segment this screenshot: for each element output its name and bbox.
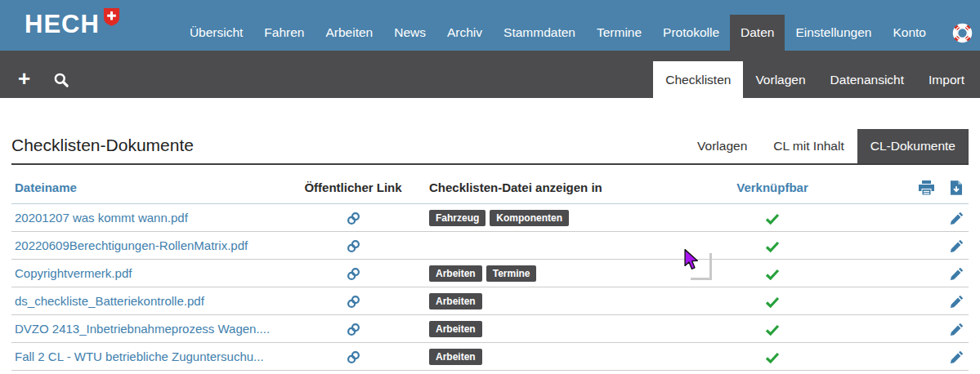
topnav-item-news[interactable]: News bbox=[383, 15, 436, 51]
file-link[interactable]: 20201207 was kommt wann.pdf bbox=[15, 211, 188, 225]
topnav-item-fahren[interactable]: Fahren bbox=[253, 15, 315, 51]
tags-cell: Arbeiten bbox=[409, 348, 727, 364]
main-content: Checklisten-Dokumente VorlagenCL mit Inh… bbox=[0, 129, 980, 371]
table-row: 20220609Berechtigungen-RollenMatrix.pdf bbox=[11, 232, 969, 260]
edit-button[interactable] bbox=[944, 349, 969, 364]
brand-name: HECH bbox=[25, 9, 100, 40]
search-button[interactable] bbox=[53, 72, 69, 88]
check-icon bbox=[765, 350, 780, 363]
tag-arbeiten: Arbeiten bbox=[429, 321, 482, 337]
column-header-anzeigen-in: Checklisten-Datei anzeigen in bbox=[409, 180, 727, 194]
chain-link-icon bbox=[347, 349, 360, 363]
search-icon bbox=[53, 72, 69, 86]
file-link[interactable]: Copyrightvermerk.pdf bbox=[15, 266, 132, 280]
pencil-icon bbox=[950, 321, 964, 335]
public-link-button[interactable] bbox=[347, 238, 360, 253]
topnav-item-einstellungen[interactable]: Einstellungen bbox=[785, 15, 882, 51]
print-button[interactable] bbox=[908, 180, 944, 195]
plus-icon: + bbox=[18, 66, 30, 91]
tag-arbeiten: Arbeiten bbox=[429, 349, 482, 365]
chain-link-icon bbox=[347, 238, 360, 252]
secondary-toolbar: + ChecklistenVorlagenDatenansichtImport bbox=[0, 51, 980, 98]
subtab-import[interactable]: Import bbox=[916, 61, 977, 98]
public-link-button[interactable] bbox=[347, 265, 360, 281]
view-tabs: VorlagenCL mit InhaltCL-Dokumente bbox=[684, 129, 969, 163]
column-header-oeffentlicher-link: Öffentlicher Link bbox=[298, 180, 409, 194]
edit-button[interactable] bbox=[944, 293, 969, 309]
edit-button[interactable] bbox=[944, 238, 969, 253]
chain-link-icon bbox=[347, 321, 360, 335]
check-icon bbox=[765, 238, 780, 252]
file-link[interactable]: 20220609Berechtigungen-RollenMatrix.pdf bbox=[15, 238, 248, 252]
view-tab-vorlagen[interactable]: Vorlagen bbox=[684, 129, 760, 163]
tag-arbeiten: Arbeiten bbox=[429, 265, 482, 282]
swiss-shield-icon bbox=[104, 8, 119, 26]
brand-logo[interactable]: HECH bbox=[25, 9, 119, 40]
add-button[interactable]: + bbox=[18, 68, 30, 89]
view-tab-cl-mit-inhalt[interactable]: CL mit Inhalt bbox=[760, 129, 857, 163]
topnav-item-stammdaten[interactable]: Stammdaten bbox=[493, 15, 586, 51]
topnav-item-konto[interactable]: Konto bbox=[882, 15, 937, 51]
file-link[interactable]: DVZO 2413_Inbetriebnahmeprozess Wagen...… bbox=[15, 322, 270, 336]
table-header-row: Dateiname Öffentlicher Link Checklisten-… bbox=[11, 171, 969, 204]
file-link[interactable]: Fall 2 CL - WTU betriebliche Zuguntersuc… bbox=[15, 350, 264, 363]
table-row: DVZO 2413_Inbetriebnahmeprozess Wagen...… bbox=[11, 315, 969, 343]
lifebuoy-icon bbox=[951, 22, 973, 44]
pencil-icon bbox=[950, 210, 964, 224]
table-body: 20201207 was kommt wann.pdf FahrzeugKomp… bbox=[11, 204, 969, 371]
tags-cell: Arbeiten bbox=[409, 320, 727, 336]
topnav-items: ÜbersichtFahrenArbeitenNewsArchivStammda… bbox=[179, 0, 943, 51]
file-download-icon bbox=[951, 180, 962, 194]
toolbar-subtabs: ChecklistenVorlagenDatenansichtImport bbox=[653, 51, 980, 98]
table-row: Fall 2 CL - WTU betriebliche Zuguntersuc… bbox=[11, 343, 969, 371]
topnav-item-daten[interactable]: Daten bbox=[730, 15, 785, 51]
page-header: Checklisten-Dokumente VorlagenCL mit Inh… bbox=[11, 129, 969, 165]
pencil-icon bbox=[950, 349, 964, 363]
tag-komponenten: Komponenten bbox=[490, 210, 569, 226]
arrow-cursor bbox=[683, 249, 699, 270]
view-tab-cl-dokumente[interactable]: CL-Dokumente bbox=[857, 129, 969, 163]
edit-button[interactable] bbox=[944, 321, 969, 336]
tags-cell: FahrzeugKomponenten bbox=[409, 209, 727, 225]
chain-link-icon bbox=[347, 293, 360, 307]
public-link-button[interactable] bbox=[347, 210, 360, 225]
public-link-button[interactable] bbox=[347, 293, 360, 309]
printer-icon bbox=[919, 180, 934, 194]
edit-button[interactable] bbox=[944, 210, 969, 225]
check-icon bbox=[765, 322, 780, 336]
table-row: Copyrightvermerk.pdf ArbeitenTermine bbox=[11, 260, 969, 287]
check-icon bbox=[765, 211, 780, 225]
top-navigation-bar: HECH ÜbersichtFahrenArbeitenNewsArchivSt… bbox=[0, 0, 980, 51]
chain-link-icon bbox=[347, 210, 360, 224]
topnav-item-archiv[interactable]: Archiv bbox=[436, 15, 493, 51]
topnav-item-protokolle[interactable]: Protokolle bbox=[652, 15, 730, 51]
tag-termine: Termine bbox=[486, 265, 537, 282]
column-header-dateiname[interactable]: Dateiname bbox=[11, 180, 298, 194]
chain-link-icon bbox=[347, 265, 360, 279]
table-row: ds_checkliste_Batteriekontrolle.pdf Arbe… bbox=[11, 287, 969, 315]
tags-cell: Arbeiten bbox=[409, 292, 727, 309]
public-link-button[interactable] bbox=[347, 349, 360, 364]
topnav-item-übersicht[interactable]: Übersicht bbox=[179, 15, 253, 51]
topnav-item-termine[interactable]: Termine bbox=[586, 15, 652, 51]
page-title: Checklisten-Dokumente bbox=[11, 136, 684, 163]
public-link-button[interactable] bbox=[347, 321, 360, 336]
check-icon bbox=[765, 266, 780, 280]
column-header-verknuepfbar[interactable]: Verknüpfbar bbox=[727, 180, 817, 194]
subtab-datenansicht[interactable]: Datenansicht bbox=[818, 61, 916, 98]
tags-cell: ArbeitenTermine bbox=[409, 265, 727, 281]
pencil-icon bbox=[950, 238, 964, 252]
pencil-icon bbox=[950, 265, 964, 279]
check-icon bbox=[765, 294, 780, 308]
edit-button[interactable] bbox=[944, 265, 969, 281]
help-button[interactable] bbox=[943, 15, 980, 51]
tag-arbeiten: Arbeiten bbox=[429, 293, 482, 309]
subtab-checklisten[interactable]: Checklisten bbox=[653, 61, 743, 98]
tag-fahrzeug: Fahrzeug bbox=[429, 210, 486, 226]
subtab-vorlagen[interactable]: Vorlagen bbox=[743, 61, 817, 98]
export-button[interactable] bbox=[944, 180, 969, 195]
file-link[interactable]: ds_checkliste_Batteriekontrolle.pdf bbox=[15, 294, 204, 308]
pencil-icon bbox=[950, 293, 964, 307]
topnav-item-arbeiten[interactable]: Arbeiten bbox=[315, 15, 383, 51]
table-row: 20201207 was kommt wann.pdf FahrzeugKomp… bbox=[11, 204, 969, 232]
